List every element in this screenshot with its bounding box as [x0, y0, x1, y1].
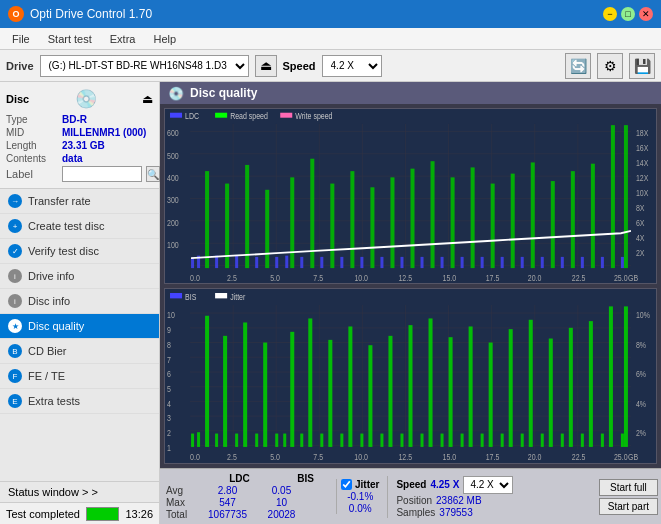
close-button[interactable]: ✕ [639, 7, 653, 21]
svg-text:10.0: 10.0 [354, 452, 368, 462]
start-part-button[interactable]: Start part [599, 498, 658, 515]
svg-text:15.0: 15.0 [443, 273, 457, 283]
svg-text:2: 2 [167, 428, 171, 438]
jitter-section: Jitter -0.1% 0.0% [336, 479, 379, 514]
svg-rect-1 [170, 113, 182, 118]
max-bis-value: 10 [259, 497, 304, 508]
refresh-button[interactable]: 🔄 [565, 53, 591, 79]
svg-text:25.0: 25.0 [614, 452, 628, 462]
jitter-checkbox[interactable] [341, 479, 352, 490]
disc-panel: Disc 💿 ⏏ Type BD-R MID MILLENMR1 (000) L… [0, 82, 159, 189]
svg-text:17.5: 17.5 [486, 273, 500, 283]
svg-rect-167 [481, 434, 484, 447]
disc-label-label: Label [6, 168, 58, 180]
svg-text:10%: 10% [636, 311, 651, 321]
svg-rect-74 [531, 162, 535, 268]
svg-text:200: 200 [167, 218, 179, 228]
svg-text:17.5: 17.5 [486, 452, 500, 462]
avg-bis-value: 0.05 [259, 485, 304, 496]
svg-text:7.5: 7.5 [313, 452, 323, 462]
menu-help[interactable]: Help [145, 31, 184, 47]
svg-rect-159 [400, 434, 403, 447]
svg-text:1: 1 [167, 443, 171, 453]
nav-icon-fe-te: F [8, 369, 22, 383]
svg-rect-169 [501, 434, 504, 447]
progress-status: Test completed [6, 508, 80, 520]
svg-rect-60 [390, 177, 394, 268]
disc-panel-header: Disc 💿 ⏏ [6, 88, 153, 110]
svg-text:6: 6 [167, 369, 171, 379]
nav-icon-disc-info: i [8, 294, 22, 308]
speed-label: Speed [283, 60, 316, 72]
svg-rect-154 [348, 326, 352, 446]
sidebar-item-fe-te[interactable]: F FE / TE [0, 364, 159, 389]
svg-rect-65 [441, 257, 444, 268]
svg-text:Read speed: Read speed [230, 111, 268, 121]
disc-mid-row: MID MILLENMR1 (000) [6, 127, 153, 138]
speed-select[interactable]: 4.2 X [322, 55, 382, 77]
svg-rect-176 [569, 328, 573, 447]
svg-text:5: 5 [167, 384, 171, 394]
svg-rect-81 [601, 257, 604, 268]
samples-value: 379553 [439, 507, 472, 518]
maximize-button[interactable]: □ [621, 7, 635, 21]
speed-stat-select[interactable]: 4.2 X [463, 476, 513, 494]
status-window-button[interactable]: Status window > > [0, 481, 159, 502]
sidebar-item-create-test-disc[interactable]: + Create test disc [0, 214, 159, 239]
svg-rect-142 [235, 434, 238, 447]
sidebar-item-drive-info[interactable]: i Drive info [0, 264, 159, 289]
disc-type-value: BD-R [62, 114, 87, 125]
svg-text:20.0: 20.0 [528, 452, 542, 462]
total-ldc-value: 1067735 [200, 509, 255, 520]
svg-rect-172 [529, 320, 533, 447]
stats-bottom: LDC BIS Avg 2.80 0.05 Max 547 10 Total [160, 468, 661, 524]
svg-text:7: 7 [167, 355, 171, 365]
sidebar-item-verify-test-disc[interactable]: ✓ Verify test disc [0, 239, 159, 264]
nav-icon-drive-info: i [8, 269, 22, 283]
svg-text:8%: 8% [636, 340, 647, 350]
nav-icon-transfer-rate: → [8, 194, 22, 208]
start-full-button[interactable]: Start full [599, 479, 658, 496]
svg-rect-164 [449, 337, 453, 447]
menu-start-test[interactable]: Start test [40, 31, 100, 47]
total-bis-value: 20028 [259, 509, 304, 520]
drive-select[interactable]: (G:) HL-DT-ST BD-RE WH16NS48 1.D3 [40, 55, 249, 77]
disc-type-label: Type [6, 114, 58, 125]
sidebar-item-extra-tests[interactable]: E Extra tests [0, 389, 159, 414]
svg-rect-50 [290, 177, 294, 268]
speed-stat-header: Speed [396, 479, 426, 490]
svg-rect-68 [471, 167, 475, 268]
minimize-button[interactable]: − [603, 7, 617, 21]
svg-text:400: 400 [167, 173, 179, 183]
svg-rect-62 [411, 169, 415, 268]
disc-label-input[interactable] [62, 166, 142, 182]
svg-rect-144 [255, 434, 258, 447]
menu-extra[interactable]: Extra [102, 31, 144, 47]
disc-icon: 💿 [75, 88, 97, 110]
nav-icon-verify-test-disc: ✓ [8, 244, 22, 258]
sidebar-item-transfer-rate[interactable]: → Transfer rate [0, 189, 159, 214]
settings-button[interactable]: ⚙ [597, 53, 623, 79]
svg-rect-71 [501, 257, 504, 268]
svg-rect-137 [191, 434, 194, 447]
total-label: Total [166, 509, 196, 520]
save-button[interactable]: 💾 [629, 53, 655, 79]
sidebar-item-disc-info[interactable]: i Disc info [0, 289, 159, 314]
sidebar-item-cd-bier[interactable]: B CD Bier [0, 339, 159, 364]
drive-label: Drive [6, 60, 34, 72]
svg-rect-150 [308, 318, 312, 446]
svg-text:12.5: 12.5 [398, 273, 412, 283]
eject-button[interactable]: ⏏ [255, 55, 277, 77]
svg-rect-141 [223, 336, 227, 447]
nav-label-verify-test-disc: Verify test disc [28, 245, 99, 257]
svg-rect-155 [360, 434, 363, 447]
svg-rect-178 [589, 321, 593, 447]
sidebar-item-disc-quality[interactable]: ★ Disc quality [0, 314, 159, 339]
disc-mid-label: MID [6, 127, 58, 138]
disc-label-button[interactable]: 🔍 [146, 166, 160, 182]
menu-file[interactable]: File [4, 31, 38, 47]
svg-text:8X: 8X [636, 203, 645, 213]
svg-text:2X: 2X [636, 248, 645, 258]
svg-rect-156 [368, 345, 372, 447]
svg-text:12X: 12X [636, 173, 649, 183]
